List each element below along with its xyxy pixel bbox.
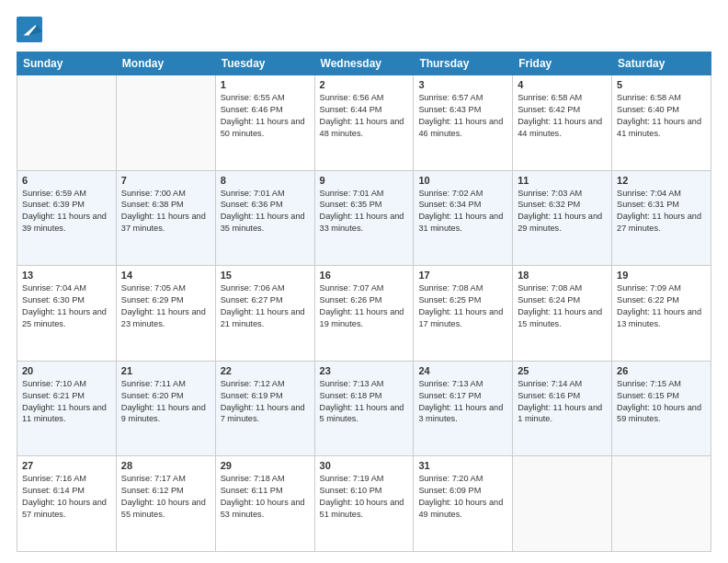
calendar-cell: 25Sunrise: 7:14 AMSunset: 6:16 PMDayligh…	[513, 361, 612, 456]
day-number: 14	[121, 270, 210, 281]
day-number: 11	[518, 175, 607, 186]
cell-content: Sunrise: 7:18 AMSunset: 6:11 PMDaylight:…	[221, 473, 310, 521]
cell-content: Sunrise: 7:10 AMSunset: 6:21 PMDaylight:…	[22, 378, 111, 426]
calendar-cell: 28Sunrise: 7:17 AMSunset: 6:12 PMDayligh…	[116, 456, 215, 552]
day-number: 23	[320, 365, 409, 376]
cell-content: Sunrise: 7:20 AMSunset: 6:09 PMDaylight:…	[418, 473, 507, 521]
calendar-cell: 30Sunrise: 7:19 AMSunset: 6:10 PMDayligh…	[314, 456, 414, 552]
day-number: 25	[518, 365, 607, 376]
calendar: SundayMondayTuesdayWednesdayThursdayFrid…	[17, 52, 711, 552]
cell-content: Sunrise: 6:59 AMSunset: 6:39 PMDaylight:…	[22, 188, 111, 236]
cell-content: Sunrise: 7:05 AMSunset: 6:29 PMDaylight:…	[121, 282, 210, 330]
day-number: 30	[320, 460, 409, 471]
cell-content: Sunrise: 7:14 AMSunset: 6:16 PMDaylight:…	[518, 378, 607, 426]
day-number: 27	[22, 460, 111, 471]
calendar-cell: 8Sunrise: 7:01 AMSunset: 6:36 PMDaylight…	[215, 170, 314, 266]
weekday-header-sunday: Sunday	[17, 52, 117, 75]
day-number: 4	[518, 79, 607, 90]
day-number: 13	[22, 270, 111, 281]
day-number: 15	[221, 270, 310, 281]
cell-content: Sunrise: 6:58 AMSunset: 6:42 PMDaylight:…	[518, 92, 607, 140]
day-number: 29	[221, 460, 310, 471]
calendar-cell: 20Sunrise: 7:10 AMSunset: 6:21 PMDayligh…	[17, 361, 117, 456]
calendar-cell: 7Sunrise: 7:00 AMSunset: 6:38 PMDaylight…	[116, 170, 215, 266]
calendar-cell: 6Sunrise: 6:59 AMSunset: 6:39 PMDaylight…	[17, 170, 117, 266]
calendar-cell	[513, 456, 612, 552]
cell-content: Sunrise: 7:08 AMSunset: 6:25 PMDaylight:…	[418, 282, 507, 330]
day-number: 10	[418, 175, 507, 186]
calendar-cell: 22Sunrise: 7:12 AMSunset: 6:19 PMDayligh…	[215, 361, 314, 456]
calendar-cell: 17Sunrise: 7:08 AMSunset: 6:25 PMDayligh…	[414, 266, 513, 362]
day-number: 21	[121, 365, 210, 376]
calendar-cell: 21Sunrise: 7:11 AMSunset: 6:20 PMDayligh…	[116, 361, 215, 456]
calendar-cell	[17, 75, 117, 171]
calendar-cell: 19Sunrise: 7:09 AMSunset: 6:22 PMDayligh…	[612, 266, 711, 362]
calendar-cell: 23Sunrise: 7:13 AMSunset: 6:18 PMDayligh…	[314, 361, 414, 456]
cell-content: Sunrise: 6:58 AMSunset: 6:40 PMDaylight:…	[617, 92, 706, 140]
day-number: 6	[22, 175, 111, 186]
cell-content: Sunrise: 7:02 AMSunset: 6:34 PMDaylight:…	[418, 188, 507, 236]
day-number: 3	[418, 79, 507, 90]
calendar-cell	[116, 75, 215, 171]
cell-content: Sunrise: 7:16 AMSunset: 6:14 PMDaylight:…	[22, 473, 111, 521]
calendar-week-3: 20Sunrise: 7:10 AMSunset: 6:21 PMDayligh…	[17, 361, 711, 456]
calendar-cell: 18Sunrise: 7:08 AMSunset: 6:24 PMDayligh…	[513, 266, 612, 362]
calendar-cell: 13Sunrise: 7:04 AMSunset: 6:30 PMDayligh…	[17, 266, 117, 362]
day-number: 28	[121, 460, 210, 471]
weekday-header-tuesday: Tuesday	[215, 52, 314, 75]
cell-content: Sunrise: 7:01 AMSunset: 6:35 PMDaylight:…	[320, 188, 409, 236]
calendar-week-0: 1Sunrise: 6:55 AMSunset: 6:46 PMDaylight…	[17, 75, 711, 171]
day-number: 16	[320, 270, 409, 281]
calendar-cell: 29Sunrise: 7:18 AMSunset: 6:11 PMDayligh…	[215, 456, 314, 552]
cell-content: Sunrise: 7:00 AMSunset: 6:38 PMDaylight:…	[121, 188, 210, 236]
day-number: 2	[320, 79, 409, 90]
day-number: 1	[221, 79, 310, 90]
cell-content: Sunrise: 6:55 AMSunset: 6:46 PMDaylight:…	[221, 92, 310, 140]
calendar-week-4: 27Sunrise: 7:16 AMSunset: 6:14 PMDayligh…	[17, 456, 711, 552]
weekday-header-friday: Friday	[513, 52, 612, 75]
calendar-cell: 26Sunrise: 7:15 AMSunset: 6:15 PMDayligh…	[612, 361, 711, 456]
cell-content: Sunrise: 7:01 AMSunset: 6:36 PMDaylight:…	[221, 188, 310, 236]
calendar-cell: 3Sunrise: 6:57 AMSunset: 6:43 PMDaylight…	[414, 75, 513, 171]
day-number: 12	[617, 175, 706, 186]
weekday-header-row: SundayMondayTuesdayWednesdayThursdayFrid…	[17, 52, 711, 75]
cell-content: Sunrise: 7:07 AMSunset: 6:26 PMDaylight:…	[320, 282, 409, 330]
cell-content: Sunrise: 7:11 AMSunset: 6:20 PMDaylight:…	[121, 378, 210, 426]
day-number: 19	[617, 270, 706, 281]
logo-icon	[17, 17, 42, 42]
cell-content: Sunrise: 7:13 AMSunset: 6:17 PMDaylight:…	[418, 378, 507, 426]
calendar-cell: 27Sunrise: 7:16 AMSunset: 6:14 PMDayligh…	[17, 456, 117, 552]
calendar-cell: 24Sunrise: 7:13 AMSunset: 6:17 PMDayligh…	[414, 361, 513, 456]
calendar-cell: 10Sunrise: 7:02 AMSunset: 6:34 PMDayligh…	[414, 170, 513, 266]
logo	[17, 17, 46, 42]
cell-content: Sunrise: 7:04 AMSunset: 6:30 PMDaylight:…	[22, 282, 111, 330]
day-number: 24	[418, 365, 507, 376]
day-number: 31	[418, 460, 507, 471]
day-number: 22	[221, 365, 310, 376]
calendar-week-1: 6Sunrise: 6:59 AMSunset: 6:39 PMDaylight…	[17, 170, 711, 266]
cell-content: Sunrise: 7:09 AMSunset: 6:22 PMDaylight:…	[617, 282, 706, 330]
day-number: 26	[617, 365, 706, 376]
cell-content: Sunrise: 7:12 AMSunset: 6:19 PMDaylight:…	[221, 378, 310, 426]
cell-content: Sunrise: 6:57 AMSunset: 6:43 PMDaylight:…	[418, 92, 507, 140]
day-number: 7	[121, 175, 210, 186]
calendar-cell: 9Sunrise: 7:01 AMSunset: 6:35 PMDaylight…	[314, 170, 414, 266]
cell-content: Sunrise: 6:56 AMSunset: 6:44 PMDaylight:…	[320, 92, 409, 140]
cell-content: Sunrise: 7:17 AMSunset: 6:12 PMDaylight:…	[121, 473, 210, 521]
page: SundayMondayTuesdayWednesdayThursdayFrid…	[0, 0, 728, 563]
calendar-cell: 2Sunrise: 6:56 AMSunset: 6:44 PMDaylight…	[314, 75, 414, 171]
header	[17, 17, 711, 42]
cell-content: Sunrise: 7:13 AMSunset: 6:18 PMDaylight:…	[320, 378, 409, 426]
cell-content: Sunrise: 7:15 AMSunset: 6:15 PMDaylight:…	[617, 378, 706, 426]
cell-content: Sunrise: 7:03 AMSunset: 6:32 PMDaylight:…	[518, 188, 607, 236]
calendar-cell	[612, 456, 711, 552]
calendar-cell: 16Sunrise: 7:07 AMSunset: 6:26 PMDayligh…	[314, 266, 414, 362]
day-number: 9	[320, 175, 409, 186]
weekday-header-monday: Monday	[116, 52, 215, 75]
calendar-cell: 15Sunrise: 7:06 AMSunset: 6:27 PMDayligh…	[215, 266, 314, 362]
calendar-cell: 4Sunrise: 6:58 AMSunset: 6:42 PMDaylight…	[513, 75, 612, 171]
day-number: 8	[221, 175, 310, 186]
day-number: 17	[418, 270, 507, 281]
day-number: 18	[518, 270, 607, 281]
cell-content: Sunrise: 7:04 AMSunset: 6:31 PMDaylight:…	[617, 188, 706, 236]
